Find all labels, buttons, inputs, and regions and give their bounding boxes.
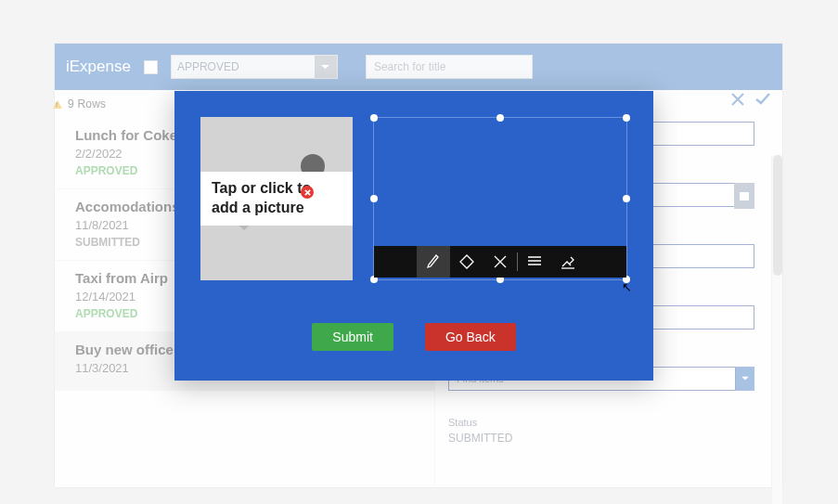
status-filter-value: APPROVED <box>177 60 239 73</box>
filter-checkbox[interactable] <box>144 60 158 74</box>
drawing-toolbar <box>374 246 626 278</box>
picture-dropzone[interactable]: Tap or click to add a picture <box>200 117 353 280</box>
status-value: SUBMITTED <box>448 432 754 445</box>
calendar-icon[interactable] <box>734 183 754 209</box>
goback-button[interactable]: Go Back <box>425 323 516 351</box>
pen-icon[interactable] <box>417 246 450 278</box>
resize-handle[interactable] <box>496 114 504 122</box>
mouse-cursor-icon: ↖ <box>622 280 632 294</box>
scrollbar-thumb[interactable] <box>773 155 782 276</box>
drawing-canvas[interactable] <box>373 117 627 280</box>
picture-modal: Tap or click to add a picture Submit Go … <box>174 91 653 381</box>
chevron-down-icon <box>736 367 754 391</box>
chevron-down-icon <box>315 56 337 78</box>
header: iExpense APPROVED Search for title <box>55 44 782 90</box>
status-label: Status <box>448 417 754 428</box>
resize-handle[interactable] <box>623 195 630 202</box>
vertical-scrollbar[interactable] <box>771 155 782 504</box>
top-actions <box>730 92 771 110</box>
app-title: iExpense <box>66 58 131 76</box>
search-input[interactable]: Search for title <box>366 55 533 79</box>
clear-icon[interactable] <box>483 246 517 278</box>
resize-handle[interactable] <box>623 114 630 122</box>
warning-icon <box>53 100 62 109</box>
search-placeholder: Search for title <box>374 60 445 73</box>
rows-count: 9 Rows <box>68 97 106 110</box>
confirm-icon[interactable] <box>754 92 771 110</box>
resize-handle[interactable] <box>370 195 378 202</box>
sign-icon[interactable] <box>551 246 585 278</box>
eraser-icon[interactable] <box>450 246 483 278</box>
close-icon[interactable] <box>730 92 745 110</box>
submit-button[interactable]: Submit <box>312 323 393 351</box>
resize-handle[interactable] <box>370 114 378 122</box>
delete-badge-icon[interactable] <box>301 186 314 199</box>
lines-icon[interactable] <box>518 246 551 278</box>
picture-label: Tap or click to add a picture <box>200 172 353 226</box>
status-filter-select[interactable]: APPROVED <box>171 55 338 79</box>
svg-rect-1 <box>740 192 749 195</box>
